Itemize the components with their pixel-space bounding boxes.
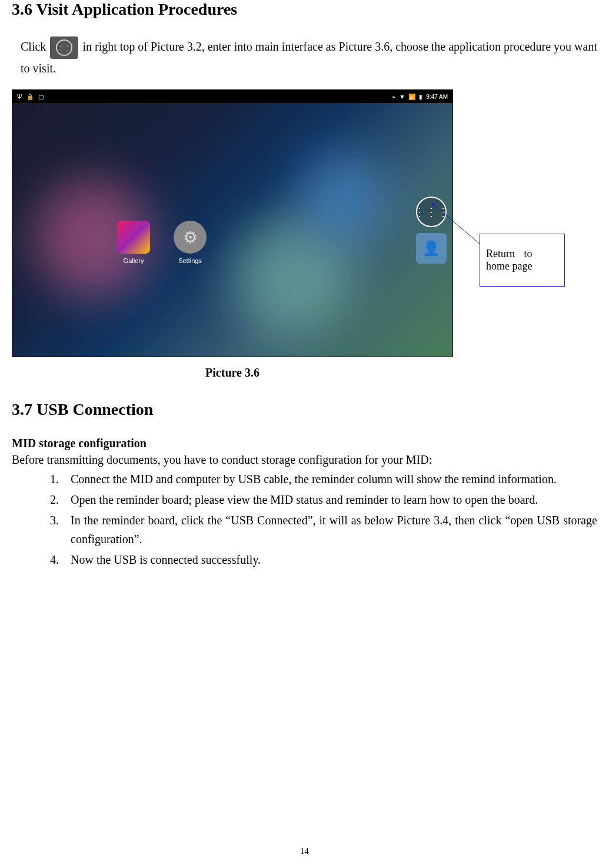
wifi-icon: ▼ [399, 94, 405, 100]
callout-word-return: Return [486, 248, 515, 260]
section-3-6-paragraph: Click in right top of Picture 3.2, enter… [21, 36, 597, 78]
settings-app[interactable]: ⚙ Settings [174, 221, 207, 264]
android-home-screenshot: Ψ 🔒 ▢ ⌁ ▼ 📶 ▮ 9:47 AM Gallery [12, 89, 453, 357]
svg-line-1 [433, 204, 480, 244]
app-drawer-icon [50, 36, 78, 59]
gallery-app[interactable]: Gallery [117, 221, 150, 264]
home-wallpaper: Gallery ⚙ Settings ⋮⋮⋮ 👤 [12, 103, 452, 357]
wallpaper-glow [298, 154, 387, 242]
image-icon: ▢ [38, 94, 44, 100]
return-home-callout: Return to home page [480, 234, 565, 287]
status-right: ⌁ ▼ 📶 ▮ 9:47 AM [392, 94, 448, 100]
config-steps-list: Connect the MID and computer by USB cabl… [62, 470, 597, 569]
settings-icon: ⚙ [174, 221, 207, 254]
para-text-2: in right top of Picture 3.2, enter into … [21, 40, 597, 75]
figure-3-6-caption: Picture 3.6 [12, 366, 453, 380]
config-step-4: Now the USB is connected successfully. [62, 550, 597, 569]
lock-icon: 🔒 [26, 94, 34, 100]
home-apps: Gallery ⚙ Settings [117, 221, 207, 264]
battery-icon: ▮ [419, 94, 422, 100]
config-step-1: Connect the MID and computer by USB cabl… [62, 470, 597, 488]
config-intro-text: Before transmitting documents, you have … [12, 453, 597, 467]
config-step-2: Open the reminder board; please view the… [62, 490, 597, 509]
wifi-signal-icon: 📶 [408, 94, 415, 100]
gallery-label: Gallery [124, 257, 144, 264]
section-3-6-heading: 3.6 Visit Application Procedures [12, 0, 597, 19]
settings-label: Settings [178, 257, 202, 264]
section-3-7-heading: 3.7 USB Connection [12, 400, 597, 419]
config-step-3: In the reminder board, click the “USB Co… [62, 511, 597, 548]
usb-icon: Ψ [17, 94, 22, 100]
status-left: Ψ 🔒 ▢ [17, 94, 44, 100]
status-time: 9:47 AM [426, 94, 448, 100]
screenshot-container: Ψ 🔒 ▢ ⌁ ▼ 📶 ▮ 9:47 AM Gallery [12, 89, 597, 357]
mid-storage-subheading: MID storage configuration [12, 437, 597, 450]
gallery-icon [117, 221, 150, 254]
callout-word-to: to [524, 248, 532, 260]
para-text-1: Click [21, 40, 49, 53]
bluetooth-icon: ⌁ [392, 94, 395, 100]
status-bar: Ψ 🔒 ▢ ⌁ ▼ 📶 ▮ 9:47 AM [12, 90, 452, 103]
callout-line2: home page [486, 260, 532, 272]
